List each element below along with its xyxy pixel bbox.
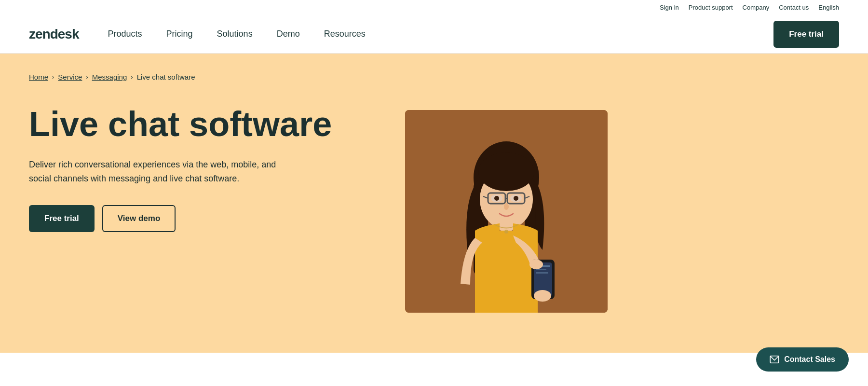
breadcrumb-home[interactable]: Home — [29, 73, 48, 81]
nav-link-solutions[interactable]: Solutions — [217, 29, 253, 39]
hero-view-demo-button[interactable]: View demo — [102, 205, 176, 232]
hero-illustration — [405, 110, 608, 313]
svg-rect-16 — [475, 231, 538, 313]
nav-link-resources[interactable]: Resources — [324, 29, 366, 39]
breadcrumb-service[interactable]: Service — [58, 73, 82, 81]
breadcrumb-sep-2: › — [86, 73, 88, 81]
hero-content: Live chat software Deliver rich conversa… — [29, 105, 839, 313]
product-support-link[interactable]: Product support — [689, 4, 733, 11]
hero-free-trial-button[interactable]: Free trial — [29, 205, 95, 232]
sign-in-link[interactable]: Sign in — [660, 4, 679, 11]
svg-point-25 — [478, 152, 534, 191]
breadcrumb-current: Live chat software — [137, 73, 195, 81]
contact-sales-label: Contact Sales — [784, 355, 835, 364]
contact-sales-button[interactable]: Contact Sales — [756, 347, 849, 372]
main-nav: zendesk Products Pricing Solutions Demo … — [0, 15, 868, 54]
svg-point-15 — [504, 203, 509, 210]
nav-free-trial-button[interactable]: Free trial — [773, 21, 839, 48]
hero-text: Live chat software Deliver rich conversa… — [29, 105, 366, 232]
contact-us-link[interactable]: Contact us — [779, 4, 809, 11]
hero-title: Live chat software — [29, 105, 366, 143]
nav-link-pricing[interactable]: Pricing — [166, 29, 193, 39]
mail-icon — [770, 356, 779, 363]
utility-bar: Sign in Product support Company Contact … — [0, 0, 868, 15]
nav-link-demo[interactable]: Demo — [277, 29, 300, 39]
svg-point-24 — [504, 230, 508, 234]
bottom-title: A guide to the 15 best live chat — [29, 382, 839, 386]
breadcrumb-sep-1: › — [52, 73, 54, 81]
hero-image — [405, 110, 608, 313]
svg-point-22 — [529, 260, 543, 269]
hero-buttons: Free trial View demo — [29, 205, 366, 232]
svg-rect-21 — [536, 272, 548, 274]
hero-section: Home › Service › Messaging › Live chat s… — [0, 54, 868, 353]
svg-point-14 — [514, 196, 518, 201]
breadcrumb-sep-3: › — [131, 73, 133, 81]
svg-point-13 — [494, 196, 499, 201]
language-selector[interactable]: English — [818, 4, 839, 11]
nav-links: Products Pricing Solutions Demo Resource… — [108, 29, 774, 39]
bottom-section: A guide to the 15 best live chat — [0, 353, 868, 386]
breadcrumb-messaging[interactable]: Messaging — [92, 73, 127, 81]
svg-point-23 — [534, 290, 551, 302]
nav-link-products[interactable]: Products — [108, 29, 142, 39]
hero-description: Deliver rich conversational experiences … — [29, 158, 280, 186]
logo[interactable]: zendesk — [29, 27, 79, 42]
hero-image-container — [405, 110, 608, 313]
company-link[interactable]: Company — [743, 4, 770, 11]
breadcrumb: Home › Service › Messaging › Live chat s… — [29, 73, 839, 81]
